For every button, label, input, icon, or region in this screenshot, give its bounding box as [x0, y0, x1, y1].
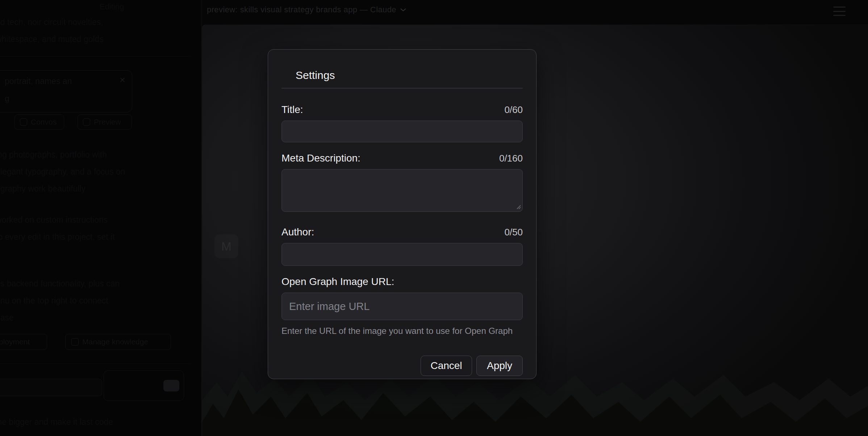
- og-image-url-input[interactable]: [281, 293, 523, 320]
- send-icon[interactable]: [163, 380, 179, 391]
- og-image-url-label: Open Graph Image URL:: [281, 276, 394, 288]
- sidebar-message-input[interactable]: [0, 379, 102, 396]
- breadcrumb[interactable]: preview: skills visual strategy brands a…: [207, 5, 406, 14]
- title-counter: 0/60: [504, 104, 523, 116]
- sidebar-paragraph: es backend functionality, plus canenu on…: [0, 275, 120, 326]
- menu-icon[interactable]: [833, 7, 846, 16]
- book-icon: [71, 338, 79, 345]
- modal-divider: [281, 88, 523, 88]
- meta-description-textarea[interactable]: [281, 169, 523, 212]
- settings-modal: Settings Title: 0/60 Meta Description: 0…: [268, 49, 537, 379]
- modal-actions: Cancel Apply: [281, 356, 523, 376]
- sidebar: Editing nd tech, noir circuit novelties,…: [0, 0, 201, 436]
- chat-icon: [20, 118, 27, 126]
- deployment-button[interactable]: ployment: [0, 334, 47, 350]
- sidebar-card: portrait, names an × g: [0, 70, 132, 112]
- manage-knowledge-button[interactable]: Manage knowledge: [65, 334, 171, 350]
- og-image-url-helper: Enter the URL of the image you want to u…: [281, 326, 523, 336]
- field-title: Title: 0/60: [281, 104, 523, 142]
- topbar: preview: skills visual strategy brands a…: [202, 0, 868, 24]
- sidebar-intro-line: nd tech, noir circuit novelties,: [0, 17, 103, 27]
- modal-title: Settings: [296, 68, 523, 82]
- cancel-button[interactable]: Cancel: [421, 356, 472, 376]
- preview-logo: M: [214, 234, 238, 258]
- sidebar-card-title: portrait, names an: [5, 76, 72, 86]
- title-input[interactable]: [281, 121, 523, 142]
- field-meta-description: Meta Description: 0/160: [281, 152, 523, 212]
- sidebar-composer[interactable]: [104, 370, 184, 401]
- sidebar-bottom-line: the bigger and make it last code: [0, 417, 113, 427]
- author-label: Author:: [281, 226, 314, 238]
- sidebar-pill-preview[interactable]: Preview: [78, 114, 132, 130]
- screen-icon: [83, 118, 90, 126]
- field-author: Author: 0/50: [281, 226, 523, 266]
- meta-description-label: Meta Description:: [281, 152, 360, 164]
- close-icon[interactable]: ×: [120, 74, 125, 86]
- field-og-image-url: Open Graph Image URL: Enter the URL of t…: [281, 276, 523, 336]
- sidebar-intro-line: whitespace, and muted golds: [0, 34, 104, 44]
- meta-description-counter: 0/160: [499, 153, 523, 164]
- sidebar-paragraph: worked on custom instructionsto every ed…: [0, 211, 115, 246]
- author-input[interactable]: [281, 243, 523, 266]
- author-counter: 0/50: [504, 227, 523, 238]
- title-label: Title:: [281, 104, 303, 116]
- sidebar-paragraph: ing photographs, portfolio withelegant t…: [0, 146, 125, 197]
- sidebar-pill-convos[interactable]: Convos: [14, 114, 64, 130]
- sidebar-card-subtitle: g: [5, 94, 9, 104]
- sidebar-divider: [0, 364, 191, 364]
- resize-handle-icon[interactable]: [516, 204, 521, 209]
- apply-button[interactable]: Apply: [476, 356, 523, 376]
- sidebar-divider: [0, 56, 191, 56]
- sidebar-tab[interactable]: Editing: [100, 2, 124, 12]
- chevron-down-icon: [400, 8, 406, 12]
